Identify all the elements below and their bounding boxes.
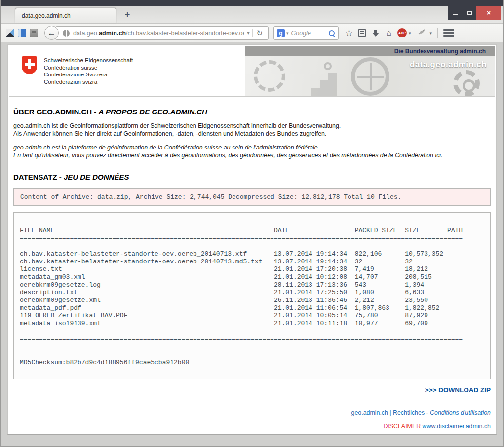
banner-title: data.geo.admin.ch (410, 60, 487, 70)
about-paragraph-de: geo.admin.ch ist die Geoinformationsplat… (13, 122, 491, 138)
footer-link-conditions[interactable]: Conditions d'utilisation (430, 410, 491, 416)
bookmark-star-icon[interactable]: ☆ (343, 26, 355, 40)
url-domain: admin.ch (99, 30, 126, 37)
disclaimer-label: DISCLAIMER (383, 423, 421, 430)
toolbar-buttons: ☆ ⌂ ABP ▾ ▾ (343, 26, 456, 40)
url-tools: ▾ ↻ (244, 29, 266, 37)
site-header: Schweizerische Eidgenossenschaft Confédé… (9, 46, 495, 97)
titlebar (1, 0, 503, 6)
navigation-toolbar: ← data.geo.admin.ch/ch.bav.kataster-bela… (1, 24, 503, 42)
logo-line-rm: Confederaziun svizra (44, 78, 133, 86)
footer-link-rechtliches[interactable]: Rechtliches (393, 410, 425, 416)
about-fr-line1: geo.admin.ch est la plateforme de géoinf… (13, 144, 319, 151)
search-bar[interactable]: g ▾ Google (273, 26, 339, 40)
close-button[interactable]: × (476, 6, 501, 20)
bookmark-app-icon-1[interactable] (6, 29, 14, 37)
page-main: ÜBER GEO.ADMIN.CH - A PROPOS DE GEO.ADMI… (8, 108, 496, 430)
logo-line-de: Schweizerische Eidgenossenschaft (44, 57, 133, 64)
spiral-decoration (254, 60, 285, 92)
download-zip-link[interactable]: >>> DOWNLOAD ZIP (425, 386, 491, 394)
bookmark-app-icon-3[interactable] (30, 29, 38, 37)
archive-summary: Content of Archive: data.zip, Archive Si… (13, 188, 491, 206)
new-tab-button[interactable]: + (121, 9, 134, 20)
dataset-heading-fr: JEU DE DONNÉES (64, 173, 129, 181)
download-row: >>> DOWNLOAD ZIP (13, 385, 491, 394)
banner-image: data.geo.admin.ch (245, 56, 495, 96)
swiss-shield-icon (22, 56, 37, 74)
tab-title: data.geo.admin.ch (22, 12, 71, 19)
url-prefix: data.geo. (73, 30, 99, 37)
url-text: data.geo.admin.ch/ch.bav.kataster-belast… (73, 30, 244, 37)
person-decoration (324, 62, 332, 70)
footer-divider (13, 403, 491, 403)
about-heading: ÜBER GEO.ADMIN.CH - A PROPOS DE GEO.ADMI… (13, 108, 491, 116)
footer-links: geo.admin.ch | Rechtliches - Conditions … (13, 410, 491, 416)
search-placeholder: Google (291, 30, 328, 37)
disclaimer-link[interactable]: www.disclaimer.admin.ch (423, 423, 491, 430)
browser-window: data.geo.admin.ch + × ← data.geo.admin.c… (0, 0, 504, 447)
footer-link-geoadmin[interactable]: geo.admin.ch (351, 410, 388, 416)
maximize-button[interactable] (462, 6, 476, 20)
active-tab[interactable]: data.geo.admin.ch (15, 8, 116, 23)
stairs-decoration (311, 73, 337, 96)
compass-decoration (351, 57, 389, 96)
bookmarks-menu-icon[interactable] (358, 29, 366, 37)
page-viewport: Schweizerische Eidgenossenschaft Confédé… (1, 42, 503, 447)
google-engine-icon[interactable]: g (277, 29, 285, 37)
search-engine-dropdown-icon[interactable]: ▾ (285, 31, 291, 36)
about-de-line1: geo.admin.ch ist die Geoinformationsplat… (13, 122, 341, 129)
addon-dropdown-icon[interactable]: ▾ (428, 31, 434, 36)
dataset-heading-de: DATENSATZ - (13, 173, 64, 181)
downloads-icon[interactable] (372, 29, 380, 37)
about-de-line2: Als Anwender können Sie hier direkt auf … (13, 130, 326, 137)
gear-decoration (453, 70, 480, 96)
search-icon[interactable] (328, 30, 335, 37)
site-identity-globe-icon[interactable] (63, 30, 70, 37)
about-paragraph-fr: geo.admin.ch est la plateforme de géoinf… (13, 144, 491, 159)
back-button[interactable]: ← (44, 26, 59, 40)
reload-icon[interactable]: ↻ (252, 29, 266, 37)
adblock-dropdown-icon[interactable]: ▾ (407, 31, 413, 36)
archive-listing-pre: ========================================… (20, 219, 484, 366)
bookmark-app-icon-2[interactable] (18, 29, 26, 37)
dataset-heading: DATENSATZ - JEU DE DONNÉES (13, 173, 491, 181)
menu-icon[interactable] (443, 28, 454, 38)
about-fr-line2: En tant qu'utilisateur, vous pouvez dire… (13, 152, 443, 159)
header-banner: Die Bundesverwaltung admin.ch data.geo.a… (245, 46, 495, 96)
window-controls: × (448, 6, 501, 20)
url-path: /ch.bav.kataster-belasteter-standorte-oe… (126, 30, 244, 37)
footer-dash: - (425, 410, 430, 416)
logo-line-fr: Confédération suisse (44, 64, 133, 72)
about-heading-fr: A PROPOS DE GEO.ADMIN.CH (99, 108, 207, 116)
url-bar[interactable]: data.geo.admin.ch/ch.bav.kataster-belast… (55, 26, 269, 40)
minimize-button[interactable] (448, 6, 462, 20)
footer-pipe: | (388, 410, 393, 416)
archive-listing-box: ========================================… (13, 212, 491, 379)
adblock-icon[interactable]: ABP (397, 28, 407, 37)
adblock-button[interactable]: ABP ▾ (397, 28, 413, 37)
web-page: Schweizerische Eidgenossenschaft Confédé… (7, 44, 497, 435)
bundesverwaltung-bar[interactable]: Die Bundesverwaltung admin.ch (245, 46, 495, 56)
about-heading-de: ÜBER GEO.ADMIN.CH - (13, 108, 99, 116)
tab-bar: data.geo.admin.ch + × (1, 6, 503, 24)
confederation-names: Schweizerische Eidgenossenschaft Confédé… (44, 56, 133, 85)
logo-line-it: Confederazione Svizzera (44, 71, 133, 78)
home-icon[interactable]: ⌂ (383, 26, 395, 40)
footer-disclaimer: DISCLAIMER www.disclaimer.admin.ch (13, 423, 491, 430)
url-dropdown-icon[interactable]: ▾ (244, 30, 252, 36)
toolbar-separator (437, 28, 438, 38)
addon-fly-icon[interactable] (417, 28, 426, 38)
